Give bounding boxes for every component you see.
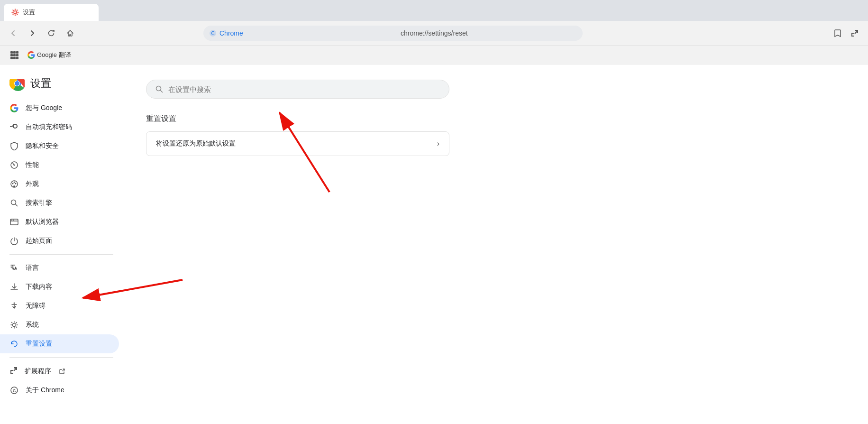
browser-icon [9,217,19,227]
about-icon: C [9,386,19,395]
sidebar-item-search-label: 搜索引擎 [26,199,52,207]
sidebar-item-search[interactable]: 搜索引擎 [0,194,119,212]
sidebar-item-language-label: 语言 [26,264,39,272]
address-brand: Chrome [219,29,396,37]
sidebar-title: 设置 [30,76,51,91]
tab-label: 设置 [23,8,35,17]
svg-point-23 [13,185,15,187]
sidebar-item-appearance-label: 外观 [26,180,39,188]
address-url: chrome://settings/reset [401,29,577,37]
address-bar-input[interactable]: C Chrome chrome://settings/reset [203,26,583,41]
svg-rect-5 [13,51,16,54]
apps-button[interactable] [8,48,21,62]
sidebar-item-performance[interactable]: 性能 [0,156,119,175]
svg-point-18 [14,165,15,166]
svg-point-16 [15,81,19,86]
svg-rect-11 [13,57,16,59]
external-link-icon [59,368,65,375]
extension-icon [9,366,18,376]
svg-point-26 [11,220,12,221]
svg-rect-8 [13,54,16,56]
sidebar-item-google[interactable]: 您与 Google [0,99,119,118]
tab-favicon [11,9,19,16]
sidebar-item-accessibility[interactable]: 无障碍 [0,296,119,315]
refresh-button[interactable] [44,26,59,41]
svg-point-28 [14,303,15,304]
sidebar-item-startup[interactable]: 起始页面 [0,231,119,250]
sidebar-header: 设置 [0,72,123,99]
search-input[interactable] [168,85,440,93]
reset-item-arrow: › [437,139,439,148]
sidebar-divider-1 [9,254,113,255]
speed-icon [9,160,19,170]
svg-text:C: C [211,31,214,36]
google-icon [9,103,19,113]
sidebar-item-default-browser-label: 默认浏览器 [26,218,59,226]
sidebar-item-about-label: 关于 Chrome [26,386,64,395]
svg-rect-10 [10,57,13,59]
palette-icon [9,179,19,189]
translate-icon [9,263,19,273]
sidebar-item-extensions[interactable]: 扩展程序 [0,361,119,381]
sidebar: 设置 您与 Google [0,65,123,424]
svg-point-27 [13,220,14,221]
svg-rect-6 [16,51,18,54]
search-bar-wrap [146,80,449,99]
svg-rect-9 [16,54,18,56]
extensions-button[interactable] [847,26,862,41]
home-button[interactable] [63,26,78,41]
address-bar: C Chrome chrome://settings/reset [0,21,868,46]
main-content: 重置设置 将设置还原为原始默认设置 › [123,65,868,424]
section-title: 重置设置 [146,114,845,124]
svg-point-21 [15,183,17,184]
svg-rect-4 [10,51,13,54]
sidebar-item-system-label: 系统 [26,321,39,329]
sidebar-divider-2 [9,357,113,358]
search-icon-main [155,85,164,93]
toolbar-right [830,26,862,41]
google-translate-button[interactable]: Google 翻译 [25,50,74,60]
sidebar-item-extensions-label: 扩展程序 [25,367,51,376]
sidebar-item-startup-label: 起始页面 [26,237,52,245]
accessibility-icon [9,301,19,311]
sidebar-item-privacy[interactable]: 隐私和安全 [0,137,119,156]
svg-text:C: C [13,388,16,393]
translate-label: Google 翻译 [37,51,71,59]
key-icon [9,122,19,132]
sidebar-item-autofill[interactable]: 自动填充和密码 [0,118,119,137]
bookmarks-toolbar: Google 翻译 [0,46,868,65]
sidebar-item-default-browser[interactable]: 默认浏览器 [0,212,119,231]
power-icon [9,236,19,246]
bookmark-button[interactable] [830,26,845,41]
svg-point-20 [12,183,14,184]
tab-bar: 设置 [0,0,868,21]
reset-defaults-item[interactable]: 将设置还原为原始默认设置 › [146,132,449,156]
sidebar-item-reset[interactable]: 重置设置 [0,334,119,353]
chrome-logo [9,76,25,91]
search-icon [9,198,19,208]
sidebar-item-downloads-label: 下载内容 [26,283,52,291]
sidebar-item-autofill-label: 自动填充和密码 [26,123,72,131]
search-bar[interactable] [146,80,449,99]
sidebar-item-downloads[interactable]: 下载内容 [0,277,119,296]
sidebar-item-language[interactable]: 语言 [0,258,119,277]
sidebar-item-appearance[interactable]: 外观 [0,175,119,194]
sidebar-item-accessibility-label: 无障碍 [26,302,46,310]
settings-icon [9,320,19,330]
svg-rect-12 [16,57,18,59]
lock-icon: C [209,29,217,37]
sidebar-item-system[interactable]: 系统 [0,315,119,334]
sidebar-item-privacy-label: 隐私和安全 [26,142,59,150]
reset-defaults-label: 将设置还原为原始默认设置 [156,139,236,148]
active-tab[interactable]: 设置 [4,4,99,21]
svg-point-22 [14,182,15,183]
sidebar-item-performance-label: 性能 [26,161,39,169]
shield-icon [9,141,19,151]
sidebar-item-google-label: 您与 Google [26,104,62,112]
sidebar-item-about[interactable]: C 关于 Chrome [0,381,119,400]
download-icon [9,282,19,292]
back-button[interactable] [6,26,21,41]
settings-container: 设置 您与 Google [0,65,868,424]
reset-icon [9,339,19,349]
forward-button[interactable] [25,26,40,41]
